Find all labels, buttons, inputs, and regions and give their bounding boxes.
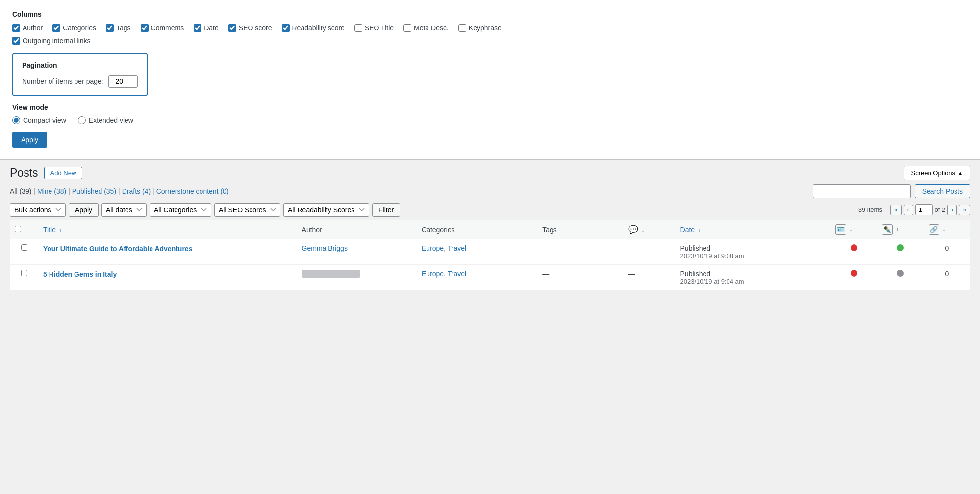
row-0-comments-cell: — <box>624 239 676 264</box>
checkboxes-row: AuthorCategoriesTagsCommentsDateSEO scor… <box>12 24 968 32</box>
last-page-button[interactable]: » <box>959 205 970 215</box>
author-checkbox[interactable] <box>12 24 20 32</box>
title-header-label: Title <box>43 226 56 234</box>
date-checkbox[interactable] <box>194 24 201 32</box>
seo_title-label: SEO Title <box>365 24 394 32</box>
of-pages-label: of 2 <box>935 206 946 213</box>
pagination-title: Pagination <box>22 61 138 69</box>
row-1-links-cell: 0 <box>924 264 970 290</box>
row-1-cat-link-0[interactable]: Europe <box>422 270 444 278</box>
screen-options-btn-label: Screen Options <box>911 169 955 177</box>
readability_score-checkbox[interactable] <box>282 24 290 32</box>
row-1-seo-dot <box>851 270 857 277</box>
seo-score-column-header: 🪪 ↕ <box>830 220 877 239</box>
comments-sort-icon: ↕ <box>642 228 644 233</box>
filter-separator: | <box>68 187 70 195</box>
table-row: Your Ultimate Guide to Affordable Advent… <box>10 239 970 264</box>
compact-view-label: Compact view <box>23 116 66 124</box>
all-categories-select[interactable]: All Categories <box>150 203 211 217</box>
search-input[interactable] <box>813 184 911 198</box>
toolbar-row: Bulk actions Apply All dates All Categor… <box>10 203 970 217</box>
seo_score-checkbox[interactable] <box>228 24 236 32</box>
row-0-author-cell: Gemma Briggs <box>297 239 417 264</box>
posts-header: Posts Add New Screen Options ▲ <box>10 166 970 181</box>
add-new-button[interactable]: Add New <box>44 167 83 179</box>
categories-checkbox[interactable] <box>52 24 60 32</box>
title-sort-icon: ↕ <box>59 228 62 233</box>
screen-options-apply-button[interactable]: Apply <box>12 132 47 148</box>
select-all-checkbox[interactable] <box>15 226 21 232</box>
view-mode-section: View mode Compact view Extended view <box>12 104 968 124</box>
row-1-date-value: 2023/10/19 at 9:04 am <box>680 278 826 285</box>
all-seo-scores-select[interactable]: All SEO Scores <box>214 203 280 217</box>
filter-link-cornerstone-content[interactable]: Cornerstone content (0) <box>156 187 229 195</box>
screen-options-button[interactable]: Screen Options ▲ <box>904 166 970 180</box>
row-0-cat-link-1[interactable]: Travel <box>448 244 466 252</box>
filter-link-drafts[interactable]: Drafts (4) <box>122 187 151 195</box>
categories-column-header: Categories <box>417 220 537 239</box>
toolbar-right: 39 items « ‹ of 2 › » <box>858 204 970 215</box>
author-label: Author <box>23 24 43 32</box>
compact-view-radio-item: Compact view <box>12 116 66 124</box>
row-0-date-value: 2023/10/19 at 9:08 am <box>680 252 826 260</box>
first-page-button[interactable]: « <box>890 205 902 215</box>
table-row: 5 Hidden Gems in Italy████████████Europe… <box>10 264 970 290</box>
columns-label: Columns <box>12 10 968 18</box>
row-1-readability-dot <box>897 270 904 277</box>
next-page-button[interactable]: › <box>947 205 957 215</box>
items-count: 39 items <box>858 206 882 213</box>
filter-link-all[interactable]: All (39) <box>10 187 31 195</box>
checkbox-item-seo_title: SEO Title <box>354 24 394 32</box>
row-0-links-cell: 0 <box>924 239 970 264</box>
search-posts-button[interactable]: Search Posts <box>915 184 970 198</box>
pagination-controls: « ‹ of 2 › » <box>890 204 970 215</box>
date-column-header[interactable]: Date ↓ <box>676 220 831 239</box>
row-1-date-cell: Published2023/10/19 at 9:04 am <box>676 264 831 290</box>
comments-checkbox[interactable] <box>141 24 149 32</box>
bulk-apply-button[interactable]: Apply <box>69 203 99 217</box>
filter-link-published[interactable]: Published (35) <box>72 187 116 195</box>
extended-view-radio-item: Extended view <box>78 116 133 124</box>
row-1-select-checkbox[interactable] <box>21 270 27 276</box>
keyphrase-label: Keyphrase <box>469 24 502 32</box>
prev-page-button[interactable]: ‹ <box>904 205 913 215</box>
readability-column-header: ✒️ ↕ <box>877 220 924 239</box>
title-column-header[interactable]: Title ↕ <box>38 220 297 239</box>
extended-view-radio[interactable] <box>78 116 86 124</box>
meta_desc-checkbox[interactable] <box>403 24 411 32</box>
tags-checkbox[interactable] <box>106 24 114 32</box>
filter-button[interactable]: Filter <box>372 203 400 217</box>
row-0-cat-link-0[interactable]: Europe <box>422 244 444 252</box>
pagination-box: Pagination Number of items per page: <box>12 53 148 96</box>
seo_title-checkbox[interactable] <box>354 24 362 32</box>
checkbox-item-meta_desc: Meta Desc. <box>403 24 449 32</box>
row-1-cat-link-1[interactable]: Travel <box>448 270 466 278</box>
readability-icon: ✒️ <box>882 224 893 235</box>
checkbox-item-comments: Comments <box>141 24 184 32</box>
screen-options-panel: Columns AuthorCategoriesTagsCommentsDate… <box>0 0 980 160</box>
row-1-title-cell: 5 Hidden Gems in Italy <box>38 264 297 290</box>
page-number-input[interactable] <box>915 204 933 215</box>
bulk-actions-select[interactable]: Bulk actions <box>10 203 66 217</box>
all-readability-select[interactable]: All Readability Scores <box>283 203 369 217</box>
readability-sort-icon: ↕ <box>896 227 899 232</box>
row-1-readability-cell <box>877 264 924 290</box>
checkbox-item-seo_score: SEO score <box>228 24 272 32</box>
compact-view-radio[interactable] <box>12 116 20 124</box>
row-0-title-link[interactable]: Your Ultimate Guide to Affordable Advent… <box>43 245 192 253</box>
keyphrase-checkbox[interactable] <box>458 24 466 32</box>
view-mode-radio-group: Compact view Extended view <box>12 116 968 124</box>
row-0-author-link[interactable]: Gemma Briggs <box>302 244 348 252</box>
items-per-page-input[interactable] <box>108 75 138 88</box>
row-1-title-link[interactable]: 5 Hidden Gems in Italy <box>43 270 117 278</box>
links-sort-icon: ↕ <box>943 227 945 232</box>
row-0-select-checkbox[interactable] <box>21 244 27 251</box>
page-title: Posts <box>10 166 38 181</box>
readability_score-label: Readability score <box>292 24 345 32</box>
tags-label: Tags <box>116 24 131 32</box>
filter-link-mine[interactable]: Mine (38) <box>37 187 66 195</box>
outgoing-internal-links-checkbox[interactable] <box>12 37 20 45</box>
row-0-categories-cell: Europe, Travel <box>417 239 537 264</box>
all-dates-select[interactable]: All dates <box>101 203 147 217</box>
date-label: Date <box>204 24 219 32</box>
